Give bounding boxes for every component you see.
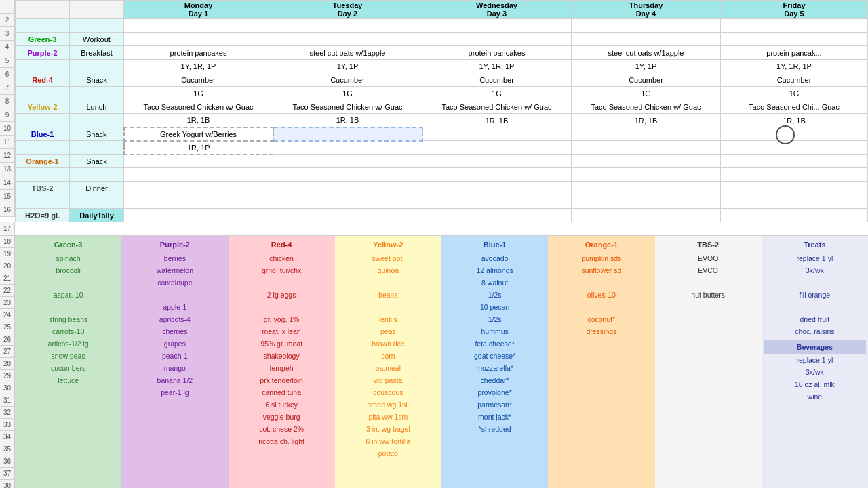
cell-r6-tue[interactable]: Cucumber xyxy=(273,73,422,87)
cell-r16-wed[interactable] xyxy=(422,209,572,222)
cell-r15-tue[interactable] xyxy=(273,195,422,209)
cell-r12-tue[interactable] xyxy=(273,155,422,168)
cell-r7-workout xyxy=(16,87,70,100)
cell-r13-tue[interactable] xyxy=(273,168,422,182)
cell-r10-thu[interactable] xyxy=(572,127,721,141)
cell-r15-mon[interactable] xyxy=(124,195,273,209)
food-item: parmesan* xyxy=(443,399,546,411)
cell-r14-mon[interactable] xyxy=(124,182,273,195)
cell-r5-thu[interactable]: 1Y, 1P xyxy=(572,60,721,73)
cell-r2-tue[interactable] xyxy=(273,19,422,33)
cell-r4-wed[interactable]: protein pancakes xyxy=(422,46,572,60)
cell-r9-tue[interactable]: 1R, 1B xyxy=(273,114,422,127)
cell-r13-mon[interactable] xyxy=(124,168,273,182)
cell-r16-mon[interactable] xyxy=(124,209,273,222)
cell-r13-wed[interactable] xyxy=(422,168,572,182)
cell-r8-mon[interactable]: Taco Seasoned Chicken w/ Guac xyxy=(124,100,273,114)
cell-r14-fri[interactable] xyxy=(721,182,868,195)
cell-r5-fri[interactable]: 1Y, 1R, 1P xyxy=(721,60,868,73)
food-item: brown rice xyxy=(337,338,439,350)
cell-r12-mon[interactable] xyxy=(124,155,273,168)
food-row-numbers: 18 19 20 21 22 23 24 25 26 27 28 29 30 3… xyxy=(0,236,15,488)
tbs-2-label: TBS-2 xyxy=(32,184,54,192)
cell-r9-wed[interactable]: 1R, 1B xyxy=(422,114,572,127)
food-item: nut butters xyxy=(657,289,760,301)
cell-r11-mon[interactable]: 1R, 1P xyxy=(124,141,273,155)
cell-r3-fri[interactable] xyxy=(721,33,868,46)
cell-r11-wed[interactable] xyxy=(422,141,572,155)
cell-r6-mon[interactable]: Cucumber xyxy=(124,73,273,87)
cell-r14-wed[interactable] xyxy=(422,182,572,195)
cell-r12-thu[interactable] xyxy=(572,155,721,168)
cell-r10-meal: Snack xyxy=(70,127,124,141)
cell-r12-fri[interactable] xyxy=(721,155,868,168)
cell-r15-wed[interactable] xyxy=(422,195,572,209)
food-item: peas xyxy=(337,325,439,338)
cell-r13-thu[interactable] xyxy=(572,168,721,182)
cell-r6-thu[interactable]: Cucumber xyxy=(572,73,721,87)
cell-r7-mon[interactable]: 1G xyxy=(124,87,273,100)
cell-r8-thu[interactable]: Taco Seasoned Chicken w/ Guac xyxy=(572,100,721,114)
cell-r14-thu[interactable] xyxy=(572,182,721,195)
row-num-10: 10 xyxy=(0,122,15,136)
food-group-yellow: Yellow-2 sweet pot. quinoa beans lentils… xyxy=(335,236,441,488)
cell-r15-thu[interactable] xyxy=(572,195,721,209)
food-item: mont jack* xyxy=(443,411,546,423)
cell-r5-wed[interactable]: 1Y, 1R, 1P xyxy=(422,60,572,73)
cell-r2-fri[interactable] xyxy=(721,19,868,33)
food-row-num-35: 35 xyxy=(0,443,14,455)
cell-r10-wed[interactable] xyxy=(422,127,572,141)
cell-r11-thu[interactable] xyxy=(572,141,721,155)
cell-r8-fri[interactable]: Taco Seasoned Chi... Guac xyxy=(721,100,868,114)
cell-r13-fri[interactable] xyxy=(721,168,868,182)
row-num-6: 6 xyxy=(0,68,15,81)
cell-r2-mon[interactable] xyxy=(124,19,273,33)
cell-r3-mon[interactable] xyxy=(124,33,273,46)
cell-r16-thu[interactable] xyxy=(572,209,721,222)
cell-r3-thu[interactable] xyxy=(572,33,721,46)
cell-r11-tue[interactable] xyxy=(273,141,422,155)
cell-r8-wed[interactable]: Taco Seasoned Chicken w/ Guac xyxy=(422,100,572,114)
cell-r12-wed[interactable] xyxy=(422,155,572,168)
cell-r10-fri[interactable] xyxy=(721,127,868,141)
cell-r8-tue[interactable]: Taco Seasoned Chicken w/ Guac xyxy=(273,100,422,114)
cell-r14-meal: Dinner xyxy=(70,182,124,195)
cell-r7-fri[interactable]: 1G xyxy=(721,87,868,100)
cell-r3-tue[interactable] xyxy=(273,33,422,46)
cell-r6-fri[interactable]: Cucumber xyxy=(721,73,868,87)
food-item xyxy=(550,301,652,313)
cell-r11-fri[interactable] xyxy=(721,141,868,155)
food-item: provolone* xyxy=(443,386,546,399)
cell-r4-mon[interactable]: protein pancakes xyxy=(124,46,273,60)
cell-r10-mon[interactable]: Greek Yogurt w/Berries xyxy=(124,127,273,141)
cell-r7-thu[interactable]: 1G xyxy=(572,87,721,100)
cell-r16-tue[interactable] xyxy=(273,209,422,222)
cell-r5-tue[interactable]: 1Y, 1P xyxy=(273,60,422,73)
food-item: meat, x lean xyxy=(231,325,333,338)
cell-r4-tue[interactable]: steel cut oats w/1apple xyxy=(273,46,422,60)
food-item xyxy=(550,277,652,289)
cell-r9-fri[interactable]: 1R, 1B xyxy=(721,114,868,127)
cell-r2-wed[interactable] xyxy=(422,19,572,33)
cell-r6-wed[interactable]: Cucumber xyxy=(422,73,572,87)
cell-r9-thu[interactable]: 1R, 1B xyxy=(572,114,721,127)
cell-r7-tue[interactable]: 1G xyxy=(273,87,422,100)
food-item: broccoli xyxy=(17,264,119,277)
cell-r15-fri[interactable] xyxy=(721,195,868,209)
cell-r5-mon[interactable]: 1Y, 1R, 1P xyxy=(124,60,273,73)
cell-r16-fri[interactable] xyxy=(721,209,868,222)
food-row-num-24: 24 xyxy=(0,309,14,321)
daily-tally-label: DailyTally xyxy=(79,211,114,220)
food-item: ricotta ch. light xyxy=(231,435,333,447)
food-group-green: Green-3 spinach broccoli aspar.-10 strin… xyxy=(15,236,121,488)
cell-r7-wed[interactable]: 1G xyxy=(422,87,572,100)
food-group-treats: Treats replace 1 yl 3x/wk fill orange dr… xyxy=(762,236,868,488)
cell-r3-wed[interactable] xyxy=(422,33,572,46)
cell-r4-fri[interactable]: protein pancak... xyxy=(721,46,868,60)
cell-r14-tue[interactable] xyxy=(273,182,422,195)
cell-r9-mon[interactable]: 1R, 1B xyxy=(124,114,273,127)
cell-r10-tue[interactable] xyxy=(273,127,422,141)
food-group-blue: Blue-1 avocado 12 almonds 8 walnut 1/2s … xyxy=(441,236,548,488)
cell-r4-thu[interactable]: steel cut oats w/1apple xyxy=(572,46,721,60)
cell-r2-thu[interactable] xyxy=(572,19,721,33)
